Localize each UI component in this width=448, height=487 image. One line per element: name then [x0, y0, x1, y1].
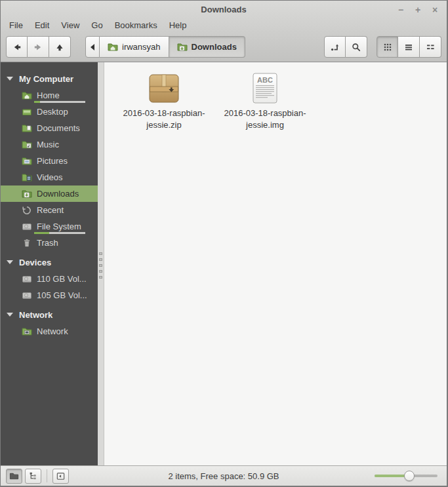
up-button[interactable]	[49, 36, 71, 58]
chevron-left-icon	[90, 44, 95, 50]
file-manager-window: Downloads − + × File Edit View Go Bookma…	[0, 0, 448, 487]
menu-file[interactable]: File	[3, 19, 29, 31]
disk-usage-bar	[34, 101, 85, 103]
disk-usage-bar	[34, 232, 85, 234]
recent-icon	[22, 205, 32, 216]
pane-separator-grip[interactable]	[99, 252, 102, 279]
sidebar-item-downloads[interactable]: Downloads	[1, 185, 98, 202]
places-view-button[interactable]	[6, 469, 22, 484]
sidebar-item-file-system[interactable]: File System	[1, 218, 98, 235]
sidebar-section-devices[interactable]: Devices	[1, 254, 98, 271]
sidebar-item-label: Videos	[37, 172, 63, 182]
window-header: Downloads − + × File Edit View Go Bookma…	[1, 1, 447, 62]
svg-text:ABC: ABC	[257, 76, 273, 84]
sidebar-item-label: Network	[37, 326, 68, 336]
menu-view[interactable]: View	[55, 19, 85, 31]
sidebar-item-label: Recent	[37, 205, 64, 215]
sidebar-item-music[interactable]: Music	[1, 136, 98, 153]
file-name: 2016-03-18-raspbian-jessie.img	[216, 107, 314, 130]
compact-view-icon	[425, 42, 436, 52]
up-arrow-icon	[54, 42, 65, 52]
sidebar-item-network[interactable]: Network	[1, 323, 98, 340]
sidebar-item-pictures[interactable]: Pictures	[1, 153, 98, 169]
menu-bookmarks[interactable]: Bookmarks	[109, 19, 163, 31]
close-button[interactable]: ×	[430, 5, 440, 15]
titlebar[interactable]: Downloads − + ×	[1, 1, 447, 18]
toggle-location-entry-button[interactable]	[324, 36, 346, 58]
forward-button[interactable]	[28, 36, 49, 58]
expander-arrow-icon	[7, 260, 13, 264]
expander-arrow-icon	[7, 77, 13, 81]
pane-separator[interactable]	[98, 62, 104, 465]
menu-go[interactable]: Go	[85, 19, 108, 31]
statusbar-separator	[47, 469, 47, 482]
sidebar-item-label: Pictures	[37, 156, 68, 166]
minimize-button[interactable]: −	[396, 5, 406, 15]
list-view-icon	[403, 42, 414, 52]
hide-sidebar-button[interactable]	[52, 469, 69, 484]
videos-folder-icon	[22, 172, 32, 183]
sidebar-item-label: 110 GB Vol...	[37, 274, 87, 284]
pictures-folder-icon	[22, 156, 32, 166]
sidebar-item-desktop[interactable]: Desktop	[1, 104, 98, 120]
menu-help[interactable]: Help	[163, 19, 193, 31]
sidebar-item-label: Trash	[37, 238, 58, 248]
menubar: File Edit View Go Bookmarks Help	[1, 18, 447, 32]
sidebar-item-videos[interactable]: Videos	[1, 169, 98, 185]
compact-view-button[interactable]	[420, 36, 441, 58]
forward-arrow-icon	[33, 42, 43, 52]
tree-view-icon	[28, 471, 38, 481]
home-folder-icon	[108, 42, 118, 52]
statusbar: 2 items, Free space: 50.9 GB	[1, 465, 447, 486]
search-button[interactable]	[346, 36, 367, 58]
sidebar: My Computer Home	[1, 62, 98, 465]
places-folder-icon	[9, 471, 19, 481]
drive-icon	[22, 290, 32, 301]
file-item-img[interactable]: ABC 2016-03-18-raspbian-jessie.img	[214, 69, 316, 133]
desktop-icon	[22, 107, 32, 117]
breadcrumb-item-home[interactable]: irwansyah	[100, 36, 169, 58]
sidebar-item-label: Downloads	[37, 189, 79, 199]
file-name: 2016-03-18-raspbian-jessie.zip	[115, 107, 213, 130]
tree-view-button[interactable]	[25, 469, 41, 484]
sidebar-item-home[interactable]: Home	[1, 87, 98, 104]
list-view-button[interactable]	[398, 36, 420, 58]
sidebar-item-label: 105 GB Vol...	[37, 290, 87, 300]
sidebar-item-label: Desktop	[37, 107, 68, 117]
zoom-slider-track[interactable]	[375, 475, 438, 477]
sidebar-item-trash[interactable]: Trash	[1, 235, 98, 251]
section-label: Devices	[19, 258, 51, 267]
sidebar-item-label: File System	[37, 222, 81, 231]
zoom-slider-fill	[375, 475, 409, 477]
sidebar-item-documents[interactable]: Documents	[1, 120, 98, 136]
breadcrumb: irwansyah Downloads	[85, 36, 245, 58]
sidebar-section-network[interactable]: Network	[1, 306, 98, 323]
downloads-folder-icon	[177, 42, 188, 52]
back-button[interactable]	[6, 36, 28, 58]
sidebar-item-recent[interactable]: Recent	[1, 202, 98, 218]
network-folder-icon	[22, 326, 32, 337]
zoom-slider[interactable]	[375, 470, 438, 482]
file-view[interactable]: 2016-03-18-raspbian-jessie.zip ABC	[104, 62, 447, 465]
sidebar-item-label: Home	[37, 90, 60, 100]
panel-collapse-icon	[56, 471, 66, 481]
breadcrumb-item-downloads[interactable]: Downloads	[169, 36, 245, 58]
breadcrumb-label: Downloads	[192, 42, 237, 52]
sidebar-item-volume-105[interactable]: 105 GB Vol...	[1, 287, 98, 303]
toolbar-right	[324, 36, 441, 58]
location-entry-icon	[330, 42, 340, 52]
breadcrumb-scroll-left-button[interactable]	[85, 36, 100, 58]
expander-arrow-icon	[7, 313, 13, 317]
sidebar-section-my-computer[interactable]: My Computer	[1, 70, 98, 87]
toolbar: irwansyah Downloads	[1, 32, 447, 62]
nav-button-group	[6, 36, 71, 58]
menu-edit[interactable]: Edit	[29, 19, 55, 31]
zoom-slider-thumb[interactable]	[404, 471, 415, 481]
file-item-zip[interactable]: 2016-03-18-raspbian-jessie.zip	[113, 69, 214, 133]
sidebar-item-volume-110[interactable]: 110 GB Vol...	[1, 271, 98, 287]
maximize-button[interactable]: +	[413, 5, 423, 15]
location-search-group	[324, 36, 367, 58]
drive-icon	[22, 274, 32, 284]
trash-icon	[22, 238, 32, 248]
icon-view-button[interactable]	[377, 36, 398, 58]
